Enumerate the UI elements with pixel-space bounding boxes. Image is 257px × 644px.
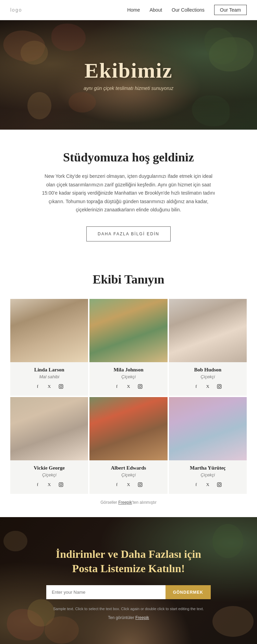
team-section: Ekibi Tanıyın Linda Larson Mal sahibi f … [0,255,257,517]
nav-team-button[interactable]: Our Team [214,5,247,15]
instagram-icon[interactable] [216,383,223,390]
hero-subtitle: aynı gün çiçek teslimatı hizmeti sunuyor… [84,86,173,91]
svg-rect-0 [59,384,63,389]
hero-content: Ekibimiz aynı gün çiçek teslimatı hizmet… [84,59,173,91]
team-member-name: Vickie George [14,465,85,471]
team-grid: Linda Larson Mal sahibi f X [10,299,247,494]
welcome-section: Stüdyomuza hoş geldiniz New York City'de… [0,130,257,255]
team-member-role: Çiçekçi [93,472,164,477]
newsletter-name-input[interactable] [46,585,166,599]
twitter-icon[interactable]: X [204,481,211,488]
freepik-link[interactable]: Freepik [118,500,132,505]
facebook-icon[interactable]: f [192,383,200,390]
team-card-info: Mila Johnson Çiçekçi f X [89,362,167,396]
instagram-icon[interactable] [136,383,144,390]
instagram-icon[interactable] [57,383,65,390]
svg-point-2 [62,385,62,385]
svg-point-17 [220,483,221,484]
facebook-icon[interactable]: f [113,383,121,390]
social-icons: f X [93,383,164,390]
newsletter-freepik-link[interactable]: Freepik [135,615,149,620]
newsletter-freepik: Ten görüntüler Freepik [46,615,211,620]
newsletter-section: İndirimler ve Daha Fazlası içinPosta Lis… [0,517,257,644]
twitter-icon[interactable]: X [46,481,53,488]
team-card-info: Vickie George Çiçekçi f X [10,460,88,494]
team-card-image [89,299,167,362]
team-member-name: Mila Johnson [93,367,164,373]
twitter-icon[interactable]: X [204,383,211,390]
facebook-icon[interactable]: f [192,481,200,488]
team-card-image [89,397,167,460]
svg-point-14 [141,483,142,484]
newsletter-heading: İndirimler ve Daha Fazlası içinPosta Lis… [46,547,211,576]
svg-point-5 [141,385,142,385]
twitter-icon[interactable]: X [46,383,53,390]
svg-rect-15 [217,483,221,487]
team-card: Mila Johnson Çiçekçi f X [89,299,167,396]
facebook-icon[interactable]: f [113,481,121,488]
svg-point-8 [220,385,221,385]
team-card-image [10,397,88,460]
team-card-info: Albert Edwards Çiçekçi f X [89,460,167,494]
nav-links: Home About Our Collections Our Team [127,5,247,15]
svg-rect-12 [138,483,142,487]
svg-rect-9 [59,483,63,487]
team-card: Vickie George Çiçekçi f X [10,397,88,494]
social-icons: f X [14,383,85,390]
team-card-image [10,299,88,362]
svg-point-16 [218,484,220,486]
team-card: Albert Edwards Çiçekçi f X [89,397,167,494]
team-heading: Ekibi Tanıyın [10,272,247,287]
team-member-role: Çiçekçi [172,472,243,477]
instagram-icon[interactable] [57,481,65,488]
svg-point-4 [139,385,141,387]
facebook-icon[interactable]: f [34,481,41,488]
newsletter-form: GÖNDERMEK [46,585,211,599]
svg-point-1 [60,385,62,387]
social-icons: f X [172,383,243,390]
hero-title: Ekibimiz [84,59,173,82]
team-member-role: Çiçekçi [14,472,85,477]
newsletter-sample-text: Sample text. Click to select the text bo… [46,606,211,612]
team-card: Bob Hudson Çiçekçi f X [169,299,247,396]
svg-point-10 [60,484,62,486]
newsletter-content: İndirimler ve Daha Fazlası içinPosta Lis… [46,547,211,620]
freepik-note: Görseller Freepik'ten alınmıştır [10,494,247,507]
svg-rect-6 [217,384,221,389]
team-member-name: Bob Hudson [172,367,243,373]
instagram-icon[interactable] [216,481,223,488]
team-card-info: Martha Yürüteç Çiçekçi f X [169,460,247,494]
team-card-info: Bob Hudson Çiçekçi f X [169,362,247,396]
team-member-role: Çiçekçi [93,374,164,379]
learn-more-button[interactable]: DAHA FAZLA BİLGİ EDİN [86,226,171,241]
svg-point-13 [139,484,141,486]
team-card-info: Linda Larson Mal sahibi f X [10,362,88,396]
team-member-name: Linda Larson [14,367,85,373]
team-card: Linda Larson Mal sahibi f X [10,299,88,396]
social-icons: f X [14,481,85,488]
newsletter-submit-button[interactable]: GÖNDERMEK [166,585,211,599]
social-icons: f X [93,481,164,488]
team-member-name: Albert Edwards [93,465,164,471]
svg-rect-3 [138,384,142,389]
team-member-name: Martha Yürüteç [172,465,243,471]
navbar: logo Home About Our Collections Our Team [0,0,257,20]
svg-point-11 [62,483,62,484]
hero-section: Ekibimiz aynı gün çiçek teslimatı hizmet… [0,20,257,130]
logo: logo [10,7,22,13]
team-card: Martha Yürüteç Çiçekçi f X [169,397,247,494]
instagram-icon[interactable] [136,481,144,488]
social-icons: f X [172,481,243,488]
twitter-icon[interactable]: X [125,481,132,488]
facebook-icon[interactable]: f [34,383,41,390]
nav-about[interactable]: About [149,7,162,13]
team-member-role: Çiçekçi [172,374,243,379]
svg-point-7 [218,385,220,387]
team-member-role: Mal sahibi [14,374,85,379]
nav-home[interactable]: Home [127,7,140,13]
nav-collections[interactable]: Our Collections [172,7,205,13]
welcome-body: New York City'de eşi benzeri olmayan, iç… [41,172,216,214]
team-card-image [169,397,247,460]
welcome-heading: Stüdyomuza hoş geldiniz [41,150,216,165]
twitter-icon[interactable]: X [125,383,132,390]
